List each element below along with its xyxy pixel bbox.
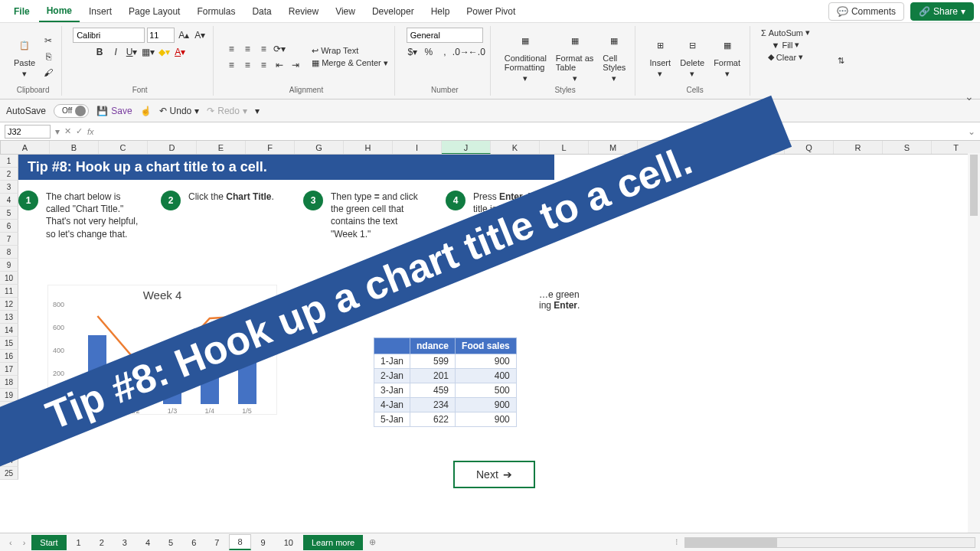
col-header-M[interactable]: M	[589, 141, 638, 154]
share-button[interactable]: 🔗 Share ▾	[910, 2, 974, 21]
sheet-tab-10[interactable]: 10	[276, 535, 302, 550]
tab-view[interactable]: View	[328, 2, 363, 21]
table-row[interactable]: 4-Jan234900	[374, 398, 517, 412]
format-painter-icon[interactable]: 🖌	[41, 66, 55, 80]
row-header-16[interactable]: 16	[0, 350, 18, 363]
row-header-12[interactable]: 12	[0, 298, 18, 311]
row-header-5[interactable]: 5	[0, 207, 18, 220]
sort-filter-button[interactable]: ⇅	[827, 49, 854, 73]
col-header-F[interactable]: F	[246, 141, 295, 154]
number-format-select[interactable]	[407, 28, 483, 43]
tab-insert[interactable]: Insert	[81, 2, 119, 21]
decrease-indent-icon[interactable]: ⇤	[273, 58, 286, 72]
name-box[interactable]	[5, 125, 51, 139]
fill-button[interactable]: ▼ Fill ▾	[772, 40, 800, 50]
sheet-tab-4[interactable]: 4	[137, 535, 158, 550]
percent-icon[interactable]: %	[422, 45, 436, 59]
col-header-C[interactable]: C	[99, 141, 148, 154]
enter-formula-icon[interactable]: ✓	[76, 126, 83, 136]
save-button[interactable]: 💾 Save	[96, 106, 132, 116]
row-header-4[interactable]: 4	[0, 194, 18, 207]
row-header-9[interactable]: 9	[0, 259, 18, 272]
col-header-A[interactable]: A	[1, 141, 50, 154]
font-select[interactable]	[73, 28, 145, 43]
copy-icon[interactable]: ⎘	[41, 50, 55, 64]
col-header-S[interactable]: S	[883, 141, 932, 154]
decrease-decimal-icon[interactable]: ←.0	[470, 45, 484, 59]
col-header-N[interactable]: N	[638, 141, 687, 154]
tab-review[interactable]: Review	[281, 2, 326, 21]
data-table[interactable]: ndanceFood sales 1-Jan5999002-Jan2014003…	[374, 337, 517, 427]
new-sheet-icon[interactable]: ⊕	[364, 537, 381, 547]
row-header-14[interactable]: 14	[0, 324, 18, 337]
sheet-tab-2[interactable]: 2	[91, 535, 113, 550]
increase-font-icon[interactable]: A▴	[177, 28, 191, 42]
bold-button[interactable]: B	[93, 45, 106, 59]
cancel-formula-icon[interactable]: ✕	[64, 126, 71, 136]
col-header-K[interactable]: K	[491, 141, 540, 154]
col-header-D[interactable]: D	[148, 141, 197, 154]
cell-styles-button[interactable]: ▦Cell Styles▾	[599, 29, 629, 85]
sheet-body[interactable]: Tip #8: Hook up a chart title to a cell.…	[18, 155, 980, 240]
sheet-tab-7[interactable]: 7	[206, 535, 227, 550]
align-right-icon[interactable]: ≡	[256, 58, 270, 72]
paste-button[interactable]: 📋 Paste▾	[11, 34, 38, 80]
col-header-G[interactable]: G	[295, 141, 344, 154]
col-header-O[interactable]: O	[687, 141, 736, 154]
sheet-tab-5[interactable]: 5	[160, 535, 181, 550]
col-header-B[interactable]: B	[50, 141, 99, 154]
row-header-24[interactable]: 24	[0, 454, 18, 467]
format-as-table-button[interactable]: ▦Format as Table▾	[553, 29, 597, 85]
insert-cells-button[interactable]: ⊞Insert▾	[646, 34, 674, 80]
row-header-10[interactable]: 10	[0, 272, 18, 285]
row-header-17[interactable]: 17	[0, 363, 18, 376]
align-center-icon[interactable]: ≡	[240, 58, 254, 72]
tab-formulas[interactable]: Formulas	[189, 2, 243, 21]
row-header-11[interactable]: 11	[0, 285, 18, 298]
sheet-nav-next[interactable]: ›	[18, 538, 31, 547]
border-button[interactable]: ▦▾	[141, 45, 155, 59]
tab-file[interactable]: File	[6, 2, 38, 21]
align-top-icon[interactable]: ≡	[224, 42, 238, 56]
row-header-25[interactable]: 25	[0, 467, 18, 480]
horizontal-scrollbar[interactable]	[684, 537, 975, 548]
align-bottom-icon[interactable]: ≡	[256, 42, 270, 56]
col-header-E[interactable]: E	[197, 141, 246, 154]
qat-dropdown-icon[interactable]: ▾	[255, 106, 260, 116]
align-middle-icon[interactable]: ≡	[240, 42, 254, 56]
sheet-tab-8[interactable]: 8	[229, 534, 250, 550]
currency-icon[interactable]: $▾	[406, 45, 420, 59]
row-header-19[interactable]: 19	[0, 389, 18, 402]
row-header-22[interactable]: 22	[0, 428, 18, 441]
next-button[interactable]: Next ➔	[453, 461, 535, 488]
row-header-7[interactable]: 7	[0, 233, 18, 246]
conditional-formatting-button[interactable]: ▦Conditional Formatting▾	[501, 29, 550, 85]
formula-input[interactable]	[99, 125, 963, 139]
autosave-toggle[interactable]: Off	[54, 104, 89, 118]
undo-button[interactable]: ↶ Undo ▾	[159, 106, 200, 116]
collapse-ribbon-icon[interactable]: ⌄	[965, 90, 974, 103]
row-header-18[interactable]: 18	[0, 376, 18, 389]
redo-button[interactable]: ↷ Redo ▾	[207, 106, 247, 116]
font-color-button[interactable]: A▾	[173, 45, 187, 59]
col-header-T[interactable]: T	[932, 141, 980, 154]
sheet-tab-learn-more[interactable]: Learn more	[303, 535, 363, 550]
row-header-8[interactable]: 8	[0, 246, 18, 259]
clear-button[interactable]: ◆ Clear ▾	[768, 52, 803, 62]
col-header-I[interactable]: I	[393, 141, 442, 154]
font-size-select[interactable]	[147, 28, 175, 43]
format-cells-button[interactable]: ▦Format▾	[710, 34, 743, 80]
sheet-tab-3[interactable]: 3	[114, 535, 136, 550]
embedded-chart[interactable]: Week 4 02004006008001/11/21/31/41/5	[47, 285, 277, 415]
row-header-21[interactable]: 21	[0, 415, 18, 428]
row-header-6[interactable]: 6	[0, 220, 18, 233]
tab-help[interactable]: Help	[423, 2, 458, 21]
table-row[interactable]: 1-Jan599900	[374, 354, 517, 369]
row-header-20[interactable]: 20	[0, 402, 18, 415]
sheet-tab-9[interactable]: 9	[253, 535, 274, 550]
italic-button[interactable]: I	[109, 45, 122, 59]
increase-indent-icon[interactable]: ⇥	[289, 58, 302, 72]
comments-button[interactable]: 💬 Comments	[828, 2, 904, 21]
table-row[interactable]: 3-Jan459500	[374, 383, 517, 398]
col-header-R[interactable]: R	[834, 141, 883, 154]
